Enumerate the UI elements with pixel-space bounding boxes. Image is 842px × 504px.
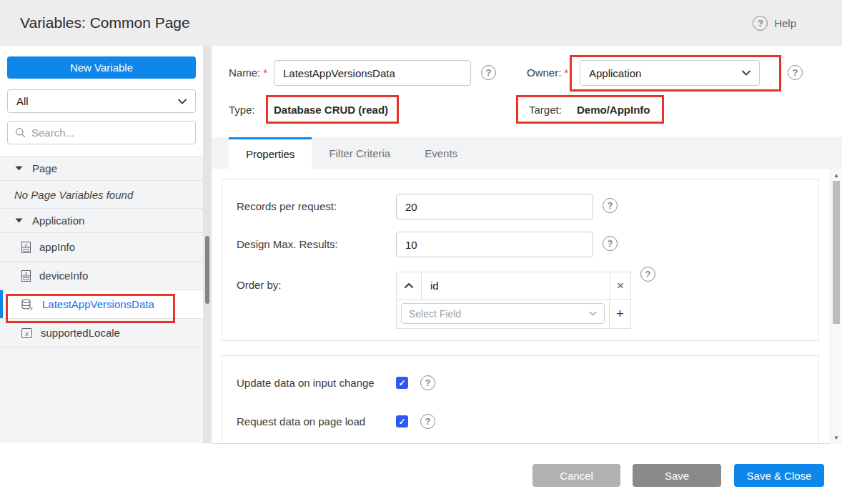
design-max-results-label: Design Max. Results: (237, 232, 338, 257)
triangle-down-icon (15, 218, 23, 223)
page-title: Variables: Common Page (20, 0, 190, 46)
variables-dialog: Variables: Common Page ? Help New Variab… (0, 0, 842, 504)
name-input[interactable] (274, 60, 471, 86)
select-field-placeholder: Select Field (409, 308, 461, 320)
design-help-icon[interactable]: ? (603, 236, 618, 251)
caret-up-icon (405, 283, 413, 288)
variable-filter-value: All (16, 95, 29, 107)
variable-search-box (7, 121, 196, 144)
target-label: Target: (529, 97, 562, 124)
save-and-close-button[interactable]: Save & Close (734, 464, 824, 487)
add-order-field-button[interactable]: + (610, 300, 630, 328)
name-label-text: Name: (229, 66, 260, 79)
order-by-row: × (397, 272, 630, 300)
scroll-up-arrow-icon[interactable]: ▲ (831, 172, 842, 179)
help-icon: ? (753, 16, 768, 31)
owner-label: Owner:* (527, 60, 568, 86)
add-order-field-row: Select Field + (397, 300, 630, 328)
records-per-request-input[interactable] (396, 194, 593, 219)
string-type-icon: x (21, 328, 32, 338)
editor-tabs: Properties Filter Criteria Events (212, 137, 842, 169)
dialog-header: Variables: Common Page ? Help (0, 0, 842, 46)
sidebar-scrollbar[interactable] (203, 46, 212, 443)
object-type-icon: x (21, 242, 31, 253)
tree-group-label: Application (32, 214, 84, 227)
update-data-label: Update data on input change (237, 370, 375, 396)
new-variable-button[interactable]: New Variable (7, 56, 196, 79)
select-field-dropdown[interactable]: Select Field (401, 303, 605, 324)
owner-select[interactable]: Application (580, 60, 760, 86)
required-asterisk: * (263, 66, 267, 79)
tree-item-appinfo[interactable]: x appInfo (0, 233, 203, 262)
svg-text:x: x (24, 242, 28, 247)
design-max-results-input[interactable] (396, 232, 593, 257)
database-type-icon: x (21, 299, 34, 310)
object-type-icon: x (21, 270, 31, 282)
svg-text:x: x (24, 330, 29, 337)
help-label: Help (774, 17, 796, 29)
variable-editor: Name:* ? Owner:* Application ? Type: Dat… (212, 46, 842, 504)
tree-item-label: LatestAppVersionsData (42, 298, 154, 310)
chevron-down-icon (178, 99, 187, 104)
owner-selected-value: Application (589, 67, 641, 79)
properties-scrollbar[interactable]: ▲ ▼ (830, 169, 842, 444)
tree-item-latestappversionsdata[interactable]: x LatestAppVersionsData (0, 290, 203, 319)
help-button[interactable]: ? Help (753, 0, 796, 46)
variables-tree: Page No Page Variables found Application… (0, 156, 203, 443)
request-settings-panel: Records per request: ? Design Max. Resul… (222, 179, 819, 341)
type-value: Database CRUD (read) (274, 97, 388, 124)
request-data-checkbox[interactable]: ✓ (396, 415, 408, 428)
search-icon (15, 127, 26, 138)
tab-filter-criteria[interactable]: Filter Criteria (312, 137, 407, 169)
tree-item-deviceinfo[interactable]: x deviceInfo (0, 262, 203, 290)
owner-help-icon[interactable]: ? (788, 65, 803, 80)
tree-empty-message: No Page Variables found (0, 181, 203, 209)
type-label: Type: (229, 97, 255, 124)
cancel-button[interactable]: Cancel (533, 464, 620, 487)
records-per-request-label: Records per request: (237, 194, 337, 219)
tree-group-application[interactable]: Application (0, 209, 203, 233)
selected-indicator-bar (0, 290, 3, 318)
svg-text:x: x (24, 270, 28, 275)
select-field-cell: Select Field (397, 300, 610, 328)
tree-group-label: Page (32, 162, 57, 174)
name-label: Name:* (229, 60, 267, 86)
order-field-input[interactable] (422, 272, 610, 299)
variables-sidebar: New Variable All Page No Page Variables … (0, 46, 203, 443)
chevron-down-icon (742, 70, 751, 76)
properties-scrollbar-thumb[interactable] (833, 181, 840, 324)
tree-empty-space (0, 347, 203, 438)
update-data-checkbox[interactable]: ✓ (396, 377, 408, 389)
tree-item-label: appInfo (39, 241, 75, 253)
target-value: Demo/AppInfo (577, 97, 650, 124)
required-asterisk: * (564, 66, 568, 79)
order-by-widget: × Select Field + (396, 272, 631, 329)
properties-scroll-area: Records per request: ? Design Max. Resul… (212, 169, 842, 444)
svg-text:x: x (29, 305, 33, 310)
tree-group-page[interactable]: Page (0, 157, 203, 181)
chevron-down-icon (589, 311, 597, 316)
name-help-icon[interactable]: ? (481, 65, 496, 80)
variable-filter-select[interactable]: All (7, 89, 196, 113)
data-options-panel: Update data on input change ✓ ? Request … (222, 355, 819, 444)
tab-events[interactable]: Events (407, 137, 475, 169)
save-button[interactable]: Save (633, 464, 721, 487)
order-by-help-icon[interactable]: ? (640, 267, 655, 282)
owner-label-text: Owner: (527, 66, 561, 79)
tree-item-label: supportedLocale (41, 327, 120, 339)
remove-order-field-button[interactable]: × (610, 272, 630, 299)
tree-item-supportedlocale[interactable]: x supportedLocale (0, 319, 203, 347)
request-data-label: Request data on page load (237, 409, 365, 435)
request-data-help-icon[interactable]: ? (420, 414, 435, 429)
sort-ascending-button[interactable] (397, 272, 422, 299)
triangle-down-icon (15, 166, 23, 171)
records-help-icon[interactable]: ? (603, 198, 618, 213)
order-by-label: Order by: (237, 272, 282, 299)
tree-item-label: deviceInfo (39, 270, 88, 282)
sidebar-scrollbar-thumb[interactable] (205, 236, 209, 304)
scroll-down-arrow-icon[interactable]: ▼ (831, 435, 842, 441)
search-input[interactable] (31, 127, 188, 139)
tab-properties[interactable]: Properties (229, 137, 312, 169)
update-data-help-icon[interactable]: ? (420, 375, 435, 390)
